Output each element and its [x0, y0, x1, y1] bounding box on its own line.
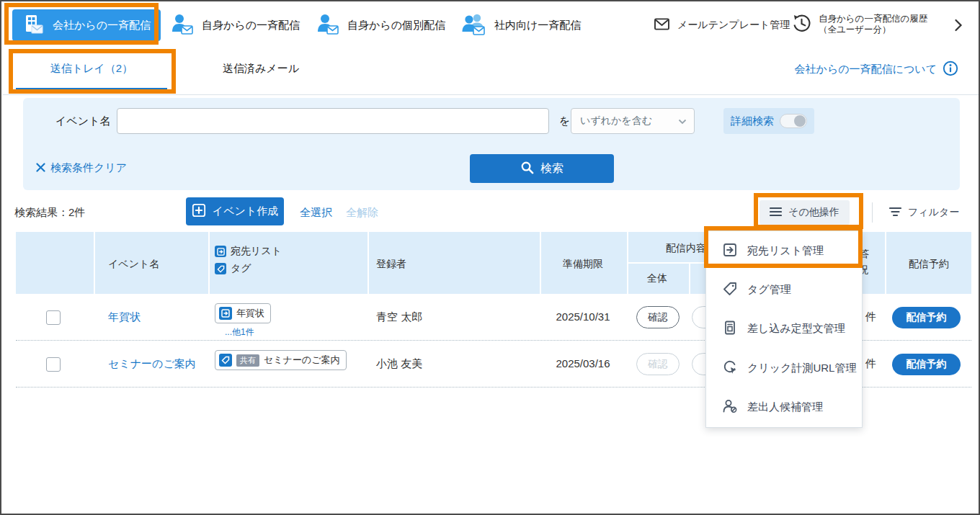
nav-tab-self-individual[interactable]: 自身からの個別配信 [316, 12, 445, 39]
match-type-select[interactable]: いずれかを含む [571, 108, 695, 134]
row-checkbox[interactable] [46, 310, 61, 325]
tag-icon [215, 263, 226, 274]
create-event-label: イベント作成 [213, 205, 278, 218]
search-button[interactable]: 検索 [470, 154, 614, 183]
advanced-search-toggle[interactable] [780, 114, 807, 128]
result-count: 検索結果：2件 [14, 206, 85, 220]
document-icon [722, 320, 738, 338]
menu-item-label: 宛先リスト管理 [747, 244, 824, 258]
reserve-delivery-button[interactable]: 配信予約 [892, 354, 961, 375]
other-operations-button[interactable]: その他操作 [760, 200, 850, 225]
column-divider [208, 232, 210, 294]
filter-label: フィルター [908, 206, 959, 219]
arrow-in-box-icon [722, 242, 738, 260]
chevron-right-icon [954, 22, 963, 34]
chip-label: 年賀状 [236, 307, 264, 320]
tab-outbox[interactable]: 送信トレイ（2） [16, 62, 167, 76]
response-count-unit: 件 [865, 310, 876, 324]
tag-chip[interactable]: 共有 セミナーのご案内 [215, 350, 347, 370]
menu-item-label: クリック計測URL管理 [747, 362, 856, 375]
menu-item-dest-list-mgmt[interactable]: 宛先リスト管理 [706, 231, 862, 270]
building-mail-icon [22, 13, 45, 38]
menu-item-sender-mgmt[interactable]: 差出人候補管理 [706, 388, 862, 427]
column-divider [540, 232, 541, 294]
nav-scroll-chevron[interactable] [954, 19, 963, 35]
more-items-link[interactable]: ...他1件 [225, 326, 254, 339]
deadline-cell: 2025/10/31 [541, 310, 625, 323]
click-measure-icon [722, 359, 738, 377]
advanced-search-control: 詳細検索 [723, 108, 814, 134]
deselect-all-link: 全解除 [346, 206, 378, 220]
dest-list-icon [215, 246, 226, 257]
menu-item-tag-mgmt[interactable]: タグ管理 [706, 270, 862, 309]
dest-list-icon [219, 307, 232, 320]
clear-search-label: 検索条件クリア [50, 161, 127, 175]
nav-tab-label: 自身からの個別配信 [347, 19, 445, 32]
tab-outbox-active-underline [16, 88, 167, 91]
nav-tab-label: 自身からの一斉配信 [202, 19, 300, 32]
person-mail-icon [170, 12, 195, 39]
response-count-unit: 件 [865, 357, 876, 371]
menu-item-label: タグ管理 [747, 283, 791, 297]
person-check-icon [722, 398, 738, 416]
nav-broadcast-history[interactable]: 自身からの一斉配信の履歴 （全ユーザー分） [792, 14, 927, 35]
history-clock-icon [792, 14, 811, 35]
menu-item-click-url-mgmt[interactable]: クリック計測URL管理 [706, 349, 862, 388]
select-value: いずれかを含む [580, 115, 652, 127]
particle-label: を [559, 115, 570, 128]
nav-tool-label: メールテンプレート管理 [677, 19, 790, 32]
nav-tab-company-broadcast[interactable]: 会社からの一斉配信 [12, 9, 161, 41]
envelope-icon [654, 17, 670, 33]
info-icon[interactable] [943, 61, 958, 79]
col-header-deadline: 準備期限 [541, 258, 625, 271]
nav-tab-internal-broadcast[interactable]: 社内向け一斉配信 [461, 12, 581, 39]
column-divider [94, 232, 95, 294]
event-name-input[interactable] [117, 108, 549, 134]
filter-icon [889, 207, 901, 219]
filter-button[interactable]: フィルター [889, 206, 959, 219]
col-header-registrant: 登録者 [376, 258, 406, 271]
tab-sent-mail[interactable]: 送信済みメール [189, 62, 333, 76]
toolbar-divider [872, 202, 873, 223]
nav-tool-label: 自身からの一斉配信の履歴 （全ユーザー分） [819, 14, 927, 35]
other-operations-label: その他操作 [788, 206, 839, 219]
col-header-reserve: 配信予約 [886, 258, 971, 271]
toggle-knob [794, 115, 806, 127]
row-checkbox[interactable] [46, 357, 61, 372]
search-panel: イベント名 を いずれかを含む 詳細検索 検索条件クリア [23, 98, 960, 190]
menu-item-label: 差し込み定型文管理 [747, 322, 845, 336]
confirm-button[interactable]: 確認 [636, 306, 680, 328]
clear-search-link[interactable]: 検索条件クリア [36, 161, 127, 175]
menu-item-label: 差出人候補管理 [747, 400, 823, 414]
tag-icon [722, 281, 738, 299]
chip-label: セミナーのご案内 [264, 354, 340, 367]
deadline-cell: 2025/03/16 [541, 357, 625, 370]
about-broadcast-link[interactable]: 会社からの一斉配信について [795, 61, 958, 79]
col-header-whole: 全体 [628, 262, 686, 294]
hamburger-icon [770, 207, 782, 219]
select-all-link[interactable]: 全選択 [300, 206, 332, 220]
col-header-destlist: 宛先リスト タグ [215, 245, 282, 275]
subcolumn-divider [689, 264, 690, 294]
event-link[interactable]: 年賀状 [108, 310, 141, 324]
event-link[interactable]: セミナーのご案内 [108, 357, 196, 371]
app-window: 会社からの一斉配信 自身からの一斉配信 [0, 0, 980, 515]
registrant-cell: 小池 友美 [376, 357, 422, 371]
search-button-label: 検索 [540, 161, 564, 176]
create-event-button[interactable]: イベント作成 [186, 197, 284, 225]
column-divider [368, 232, 369, 294]
tag-icon [219, 354, 232, 367]
menu-item-merge-text-mgmt[interactable]: 差し込み定型文管理 [706, 310, 862, 349]
chevron-down-icon [678, 115, 687, 127]
nav-tab-label: 会社からの一斉配信 [53, 19, 151, 32]
person-mail-icon [316, 12, 340, 39]
dest-list-chip[interactable]: 年賀状 [215, 303, 271, 323]
search-icon [520, 161, 534, 177]
nav-tab-label: 社内向け一斉配信 [494, 19, 581, 32]
confirm-button-disabled: 確認 [636, 353, 680, 375]
reserve-delivery-button[interactable]: 配信予約 [892, 307, 961, 328]
shared-badge: 共有 [236, 354, 259, 367]
nav-tab-self-broadcast[interactable]: 自身からの一斉配信 [170, 12, 300, 39]
nav-mail-template-mgmt[interactable]: メールテンプレート管理 [654, 17, 790, 33]
other-operations-menu: 宛先リスト管理 タグ管理 差し込み定型文管理 [705, 230, 863, 428]
